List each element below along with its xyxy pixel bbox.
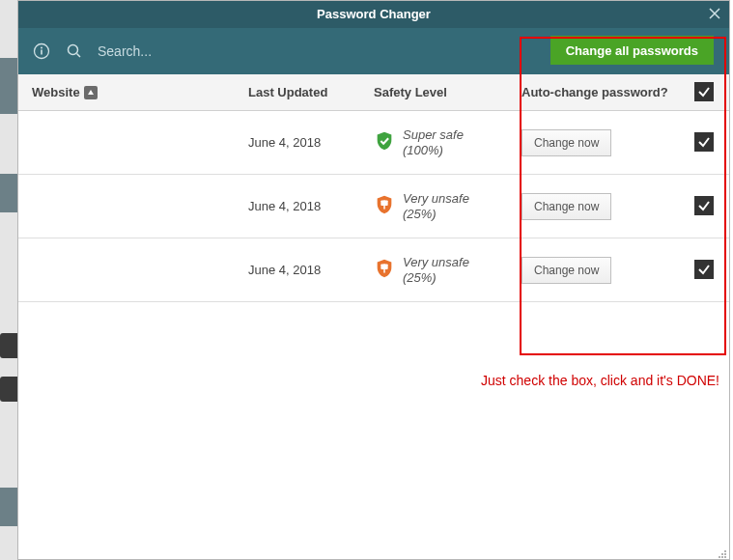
header-website[interactable]: Website [18, 85, 248, 99]
shield-icon [374, 258, 403, 282]
shield-icon [374, 194, 403, 218]
sort-indicator-icon [84, 86, 98, 99]
resize-grip-icon[interactable] [716, 546, 727, 557]
svg-point-1 [41, 47, 42, 49]
search-input[interactable] [98, 43, 291, 59]
select-all-checkbox[interactable] [694, 82, 714, 101]
row-checkbox[interactable] [694, 196, 714, 215]
safety-text: Very unsafe(25%) [403, 255, 469, 285]
change-all-passwords-button[interactable]: Change all passwords [550, 36, 714, 65]
svg-point-14 [724, 556, 726, 558]
svg-rect-2 [41, 50, 42, 55]
password-changer-window: Password Changer Change all passwords We… [17, 0, 730, 560]
cell-safety: Super safe(100%) [374, 127, 519, 157]
svg-point-13 [721, 556, 723, 558]
change-now-button[interactable]: Change now [522, 257, 611, 284]
background-sidebar-sliver [0, 0, 17, 560]
table-row: June 4, 2018Very unsafe(25%)Change now [18, 175, 729, 238]
cell-last-updated: June 4, 2018 [248, 199, 374, 213]
table-row: June 4, 2018Super safe(100%)Change now [18, 111, 729, 175]
cell-last-updated: June 4, 2018 [248, 263, 374, 277]
cell-last-updated: June 4, 2018 [248, 135, 374, 150]
svg-rect-6 [383, 200, 384, 209]
header-website-label: Website [32, 85, 80, 99]
header-auto-change[interactable]: Auto-change password? [519, 85, 673, 99]
svg-point-3 [69, 45, 78, 55]
header-last-updated[interactable]: Last Updated [248, 85, 374, 99]
table-header-row: Website Last Updated Safety Level Auto-c… [18, 74, 729, 111]
cell-safety: Very unsafe(25%) [374, 191, 519, 221]
toolbar: Change all passwords [18, 28, 729, 74]
annotation-callout-text: Just check the box, click and it's DONE! [481, 373, 719, 388]
row-checkbox[interactable] [694, 132, 714, 152]
window-title: Password Changer [18, 1, 729, 28]
cell-action: Change now [519, 129, 673, 156]
svg-point-9 [724, 550, 726, 552]
titlebar: Password Changer [18, 1, 729, 28]
safety-text: Super safe(100%) [403, 127, 464, 157]
svg-line-4 [77, 54, 81, 58]
svg-point-12 [719, 556, 720, 558]
cell-safety: Very unsafe(25%) [374, 255, 519, 285]
svg-rect-8 [383, 264, 384, 272]
cell-action: Change now [519, 193, 673, 220]
table-body: June 4, 2018Super safe(100%)Change nowJu… [18, 111, 729, 302]
header-safety-level[interactable]: Safety Level [374, 85, 519, 99]
svg-point-11 [724, 553, 726, 555]
change-now-button[interactable]: Change now [522, 129, 611, 156]
row-checkbox[interactable] [694, 260, 714, 279]
change-now-button[interactable]: Change now [522, 193, 611, 220]
close-icon[interactable] [706, 5, 723, 22]
table-row: June 4, 2018Very unsafe(25%)Change now [18, 238, 729, 302]
info-icon[interactable] [32, 42, 51, 61]
cell-action: Change now [519, 257, 673, 284]
search-icon[interactable] [65, 42, 84, 61]
svg-point-10 [721, 553, 723, 555]
safety-text: Very unsafe(25%) [403, 191, 469, 221]
shield-icon [374, 130, 403, 154]
